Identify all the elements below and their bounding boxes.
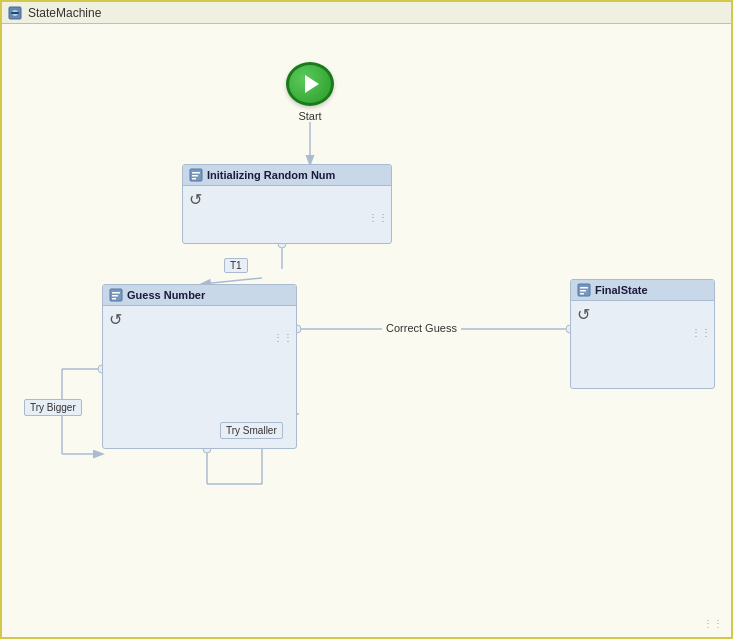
svg-rect-21	[192, 172, 200, 174]
final-activity-icon	[577, 283, 591, 297]
svg-rect-30	[580, 290, 586, 292]
canvas[interactable]: Start Initializing Random Num ↺ ⋮⋮	[2, 24, 731, 637]
state-machine-container: StateMachine	[0, 0, 733, 639]
init-state-body: ↺ ⋮⋮	[183, 186, 391, 226]
t1-transition-label: T1	[224, 258, 248, 273]
start-button[interactable]	[286, 62, 334, 106]
svg-rect-29	[580, 287, 588, 289]
guess-undo-icon: ↺	[109, 311, 122, 328]
play-icon	[305, 75, 319, 93]
window-title: StateMachine	[28, 6, 101, 20]
svg-rect-23	[192, 178, 196, 180]
init-resize-handle[interactable]: ⋮⋮	[368, 213, 388, 223]
init-state-title: Initializing Random Num	[207, 169, 335, 181]
svg-rect-22	[192, 175, 198, 177]
svg-rect-2	[11, 12, 19, 14]
init-activity-icon	[189, 168, 203, 182]
start-node[interactable]: Start	[280, 62, 340, 122]
init-state-box[interactable]: Initializing Random Num ↺ ⋮⋮	[182, 164, 392, 244]
guess-activity-icon	[109, 288, 123, 302]
final-state-box[interactable]: FinalState ↺ ⋮⋮	[570, 279, 715, 389]
start-label: Start	[298, 110, 321, 122]
try-bigger-label: Try Bigger	[24, 399, 82, 416]
canvas-resize-icon[interactable]: ⋮⋮	[703, 618, 723, 629]
guess-state-body: ↺ ⋮⋮	[103, 306, 296, 346]
svg-rect-31	[580, 293, 584, 295]
final-state-body: ↺ ⋮⋮	[571, 301, 714, 341]
svg-rect-27	[112, 298, 116, 300]
final-state-header: FinalState	[571, 280, 714, 301]
final-undo-icon: ↺	[577, 306, 590, 323]
init-undo-icon: ↺	[189, 191, 202, 208]
final-resize-handle[interactable]: ⋮⋮	[691, 328, 711, 338]
guess-state-title: Guess Number	[127, 289, 205, 301]
svg-rect-25	[112, 292, 120, 294]
svg-rect-26	[112, 295, 118, 297]
title-bar: StateMachine	[2, 2, 731, 24]
final-state-title: FinalState	[595, 284, 648, 296]
try-smaller-label: Try Smaller	[220, 422, 283, 439]
guess-state-header: Guess Number	[103, 285, 296, 306]
guess-resize-handle[interactable]: ⋮⋮	[273, 333, 293, 343]
correct-guess-label: Correct Guess	[382, 321, 461, 335]
state-machine-icon	[8, 6, 22, 20]
init-state-header: Initializing Random Num	[183, 165, 391, 186]
